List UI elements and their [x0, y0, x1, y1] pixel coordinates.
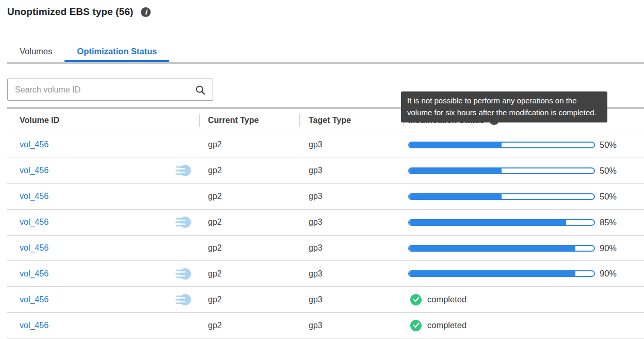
completed-label: completed: [427, 295, 466, 304]
progress-percent-label: 90%: [600, 243, 617, 253]
progress-bar-fill: [409, 143, 502, 147]
target-type-value: gp3: [309, 295, 323, 304]
table-row: vol_456 gp2 gp3 50%: [7, 158, 644, 184]
volume-id-link[interactable]: vol_456: [20, 166, 49, 175]
fast-modification-icon: [175, 215, 191, 229]
current-type-value: gp2: [208, 192, 222, 201]
tab-optimization-status[interactable]: Optimization Status: [65, 43, 169, 62]
completed-label: completed: [427, 320, 466, 330]
page-header: Unoptimized EBS type (56) i: [0, 0, 644, 24]
current-type-value: gp2: [208, 166, 222, 175]
table-row: vol_456 gp2 gp3 85%: [7, 210, 644, 236]
current-type-value: gp2: [208, 321, 222, 330]
volume-id-link[interactable]: vol_456: [20, 269, 49, 279]
search-box: [7, 79, 213, 101]
current-type-value: gp2: [208, 243, 222, 253]
target-type-value: gp3: [309, 269, 323, 279]
volume-id-link[interactable]: vol_456: [20, 140, 49, 149]
volume-id-link[interactable]: vol_456: [20, 192, 49, 201]
progress-percent-label: 90%: [600, 269, 617, 279]
target-type-value: gp3: [309, 166, 323, 175]
search-icon[interactable]: [195, 84, 206, 96]
modification-progress: 90%: [408, 243, 617, 253]
current-type-value: gp2: [208, 269, 222, 279]
progress-percent-label: 50%: [600, 192, 617, 202]
table-row: vol_456 gp2 gp3 90%: [7, 236, 644, 261]
modification-progress: 50%: [408, 166, 617, 176]
current-type-value: gp2: [208, 295, 222, 304]
modification-completed: completed: [410, 320, 466, 331]
volume-id-link[interactable]: vol_456: [20, 295, 49, 304]
modification-progress: 90%: [408, 269, 617, 279]
progress-bar-fill: [409, 168, 502, 173]
target-type-value: gp3: [309, 140, 323, 149]
progress-bar: [408, 193, 595, 200]
table-row: vol_456 gp2 gp3 90%: [7, 261, 644, 287]
progress-bar-fill: [409, 271, 575, 276]
table-row: vol_456 gp2 gp3 50%: [7, 184, 644, 210]
modification-completed: completed: [410, 294, 466, 305]
progress-bar: [408, 167, 595, 174]
fast-modification-icon: [175, 267, 191, 281]
current-type-value: gp2: [208, 140, 222, 149]
table-row: vol_456 gp2 gp3: [7, 287, 644, 313]
fast-modification-icon: [175, 292, 191, 306]
check-icon: [410, 320, 422, 331]
search-input[interactable]: [8, 79, 213, 100]
progress-bar: [408, 270, 595, 277]
volume-id-link[interactable]: vol_456: [20, 218, 49, 227]
volume-id-link[interactable]: vol_456: [20, 321, 49, 330]
progress-bar-fill: [409, 194, 502, 199]
column-header-current-type: Current Type: [199, 109, 299, 132]
modification-progress: 50%: [408, 192, 617, 202]
progress-bar-fill: [409, 246, 575, 251]
check-icon: [410, 294, 422, 305]
progress-percent-label: 50%: [600, 140, 617, 150]
table-row: vol_456 gp2 gp3: [7, 313, 644, 338]
modification-progress: 85%: [408, 218, 617, 227]
target-type-value: gp3: [309, 321, 323, 330]
progress-bar-fill: [409, 220, 566, 225]
progress-percent-label: 50%: [600, 166, 617, 176]
tab-underline-track: [7, 62, 644, 64]
target-type-value: gp3: [309, 218, 323, 227]
volumes-table: Volume IDCurrent TypeTaget TypeModificat…: [7, 107, 644, 338]
progress-percent-label: 85%: [600, 218, 617, 227]
table-row: vol_456 gp2 gp3 50%: [7, 132, 644, 158]
tab-volumes[interactable]: Volumes: [7, 43, 65, 62]
progress-bar: [408, 219, 595, 226]
volume-id-link[interactable]: vol_456: [20, 243, 49, 253]
title-info-icon[interactable]: i: [141, 7, 151, 17]
modification-status-tooltip: It is not possible to perform any operat…: [401, 91, 607, 122]
target-type-value: gp3: [309, 192, 323, 201]
column-header-taget-type: Taget Type: [299, 109, 403, 132]
page-title: Unoptimized EBS type (56): [7, 6, 133, 18]
progress-bar: [408, 142, 595, 148]
target-type-value: gp3: [309, 243, 323, 253]
column-header-volume-id: Volume ID: [7, 109, 199, 132]
progress-bar: [408, 245, 595, 252]
modification-progress: 50%: [408, 140, 617, 150]
tab-bar: VolumesOptimization Status: [7, 43, 644, 64]
fast-modification-icon: [175, 164, 191, 178]
current-type-value: gp2: [208, 218, 222, 227]
